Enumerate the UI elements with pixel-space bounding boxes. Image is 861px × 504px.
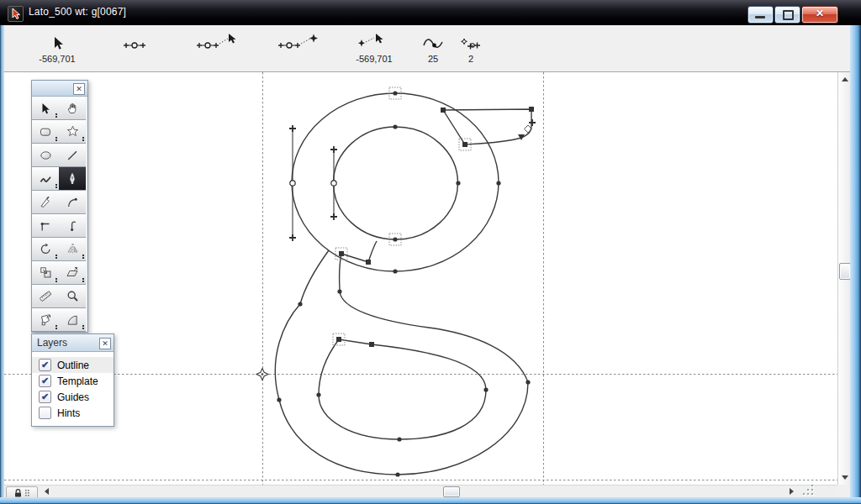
guides-checkbox[interactable]: ✔	[39, 391, 51, 403]
tool-curve[interactable]	[59, 191, 86, 214]
tool-pointer[interactable]	[32, 97, 60, 120]
palette-close-icon[interactable]: ✕	[73, 83, 85, 95]
tool-corner[interactable]	[32, 214, 60, 238]
titlebar[interactable]: Lato_500 wt: g[0067] ✕	[0, 0, 861, 25]
toolbar-item-node	[114, 30, 156, 54]
scroll-up-button[interactable]	[839, 74, 850, 85]
resize-grip[interactable]	[800, 486, 816, 496]
tool-hand[interactable]	[59, 97, 86, 120]
layer-row-outline[interactable]: ✔ Outline	[32, 357, 114, 373]
tool-transform[interactable]	[32, 308, 60, 332]
window-border-bottom	[0, 497, 861, 504]
tool-scale[interactable]	[32, 261, 60, 285]
tool-palette-titlebar[interactable]: ✕	[32, 81, 87, 97]
minimize-button[interactable]	[747, 6, 774, 24]
scroll-down-button[interactable]	[839, 472, 850, 483]
tool-measure[interactable]	[32, 285, 60, 308]
vertical-scroll-thumb[interactable]	[839, 263, 851, 280]
scale-icon	[40, 266, 52, 279]
scroll-right-button[interactable]	[786, 486, 797, 496]
hints-checkbox[interactable]	[39, 407, 51, 419]
slant-icon	[66, 266, 79, 279]
knife-icon	[40, 196, 51, 208]
outline-checkbox[interactable]: ✔	[39, 359, 51, 371]
pointer-icon	[40, 102, 51, 114]
layer-label: Outline	[57, 360, 89, 371]
glyph-canvas[interactable]	[4, 72, 837, 485]
arrow-left-icon	[45, 488, 49, 495]
grip-dots-icon	[24, 489, 30, 496]
tool-pen[interactable]	[59, 167, 86, 191]
layer-label: Guides	[57, 391, 89, 403]
pen-icon	[66, 172, 78, 185]
curve-nodes[interactable]	[277, 91, 530, 476]
window-border-left	[0, 25, 4, 504]
tool-rounded-rectangle[interactable]	[32, 120, 60, 144]
nodes-cluster-icon	[457, 30, 485, 52]
restore-button[interactable]	[774, 6, 800, 24]
tool-magnify[interactable]	[59, 285, 86, 308]
layer-row-hints[interactable]: Hints	[32, 405, 114, 421]
open-nodes[interactable]	[290, 181, 336, 186]
node-handles-anchor-icon	[269, 30, 328, 52]
toolbar-item-node-select	[188, 30, 246, 54]
horizontal-scrollbar[interactable]	[4, 485, 837, 498]
arc-icon	[66, 314, 78, 326]
measure-icon	[39, 290, 52, 302]
window-border-right	[850, 25, 861, 504]
tool-hook[interactable]	[59, 214, 86, 238]
selected-node-boxes	[333, 87, 471, 345]
star-icon	[66, 125, 79, 138]
toolbar-item-position: -569,701	[28, 30, 87, 64]
origin-anchor[interactable]	[256, 369, 268, 381]
layer-row-template[interactable]: ✔ Template	[32, 373, 114, 389]
toolbar-item-curve: 25	[418, 30, 448, 64]
toolbar-position-value: -569,701	[28, 54, 87, 64]
layers-panel: Layers ✕ ✔ Outline ✔ Template ✔ Guides H…	[31, 333, 114, 427]
toolbar-item-node-anchor	[269, 30, 328, 54]
line-icon	[66, 150, 78, 161]
layers-panel-title: Layers	[37, 337, 67, 349]
tool-slant[interactable]	[59, 261, 86, 285]
lower-bowl-inner-contour	[319, 339, 486, 439]
layer-row-guides[interactable]: ✔ Guides	[32, 389, 114, 405]
toolbar-item-anchor-select: -569,701	[345, 30, 404, 64]
arrow-right-icon	[790, 488, 794, 495]
magnify-icon	[66, 290, 79, 302]
close-button[interactable]: ✕	[801, 6, 838, 24]
lock-icon	[14, 489, 22, 497]
layer-label: Hints	[57, 407, 80, 419]
layers-panel-titlebar[interactable]: Layers ✕	[32, 334, 114, 352]
scroll-left-button[interactable]	[41, 486, 52, 496]
toolbar-item-nodes-count: 2	[457, 30, 485, 64]
transform-icon	[40, 313, 52, 326]
cursor-logo-icon	[9, 8, 22, 20]
node-handles-select-icon	[188, 30, 246, 52]
template-checkbox[interactable]: ✔	[39, 375, 51, 387]
horizontal-scroll-thumb[interactable]	[443, 486, 460, 497]
node-handles-icon	[114, 30, 156, 52]
tool-mirror[interactable]	[59, 238, 86, 261]
tool-star[interactable]	[59, 120, 86, 144]
link-left-lower-outer-contour	[275, 250, 528, 475]
layer-label: Template	[57, 375, 98, 387]
tool-freehand[interactable]	[32, 167, 60, 191]
mirror-icon	[66, 243, 79, 255]
tool-grid	[32, 97, 87, 332]
rotate-icon	[40, 243, 52, 255]
curve-wave-icon	[418, 30, 448, 52]
tool-arc[interactable]	[59, 308, 86, 332]
tool-knife[interactable]	[32, 191, 60, 214]
layers-close-icon[interactable]: ✕	[99, 338, 111, 349]
triangle-node[interactable]	[518, 134, 525, 140]
cursor-arrow-icon	[28, 30, 87, 52]
tool-ellipse[interactable]	[32, 144, 60, 167]
tool-rotate[interactable]	[32, 238, 60, 261]
ellipse-icon	[40, 150, 52, 161]
vertical-scrollbar[interactable]	[837, 72, 851, 485]
property-toolbar: -569,701	[4, 25, 854, 72]
restore-icon	[783, 10, 794, 20]
tool-line[interactable]	[59, 144, 86, 167]
window-title: Lato_500 wt: g[0067]	[29, 6, 126, 18]
minimize-icon	[755, 16, 765, 18]
